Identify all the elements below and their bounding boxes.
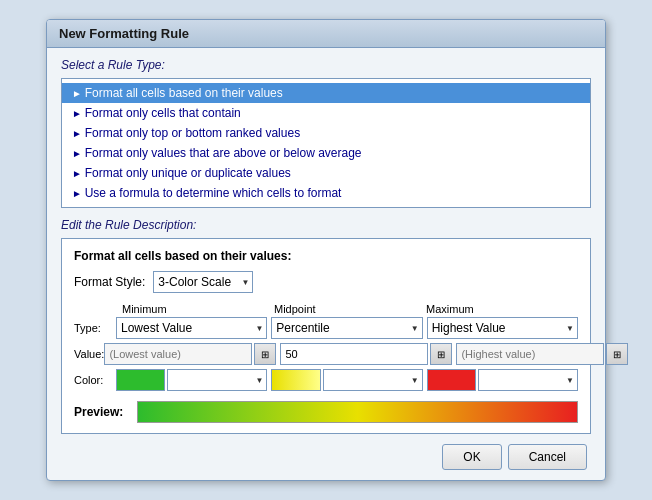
color-row: Color: bbox=[74, 369, 578, 391]
rule-type-item-1[interactable]: Format all cells based on their values bbox=[62, 83, 590, 103]
color-min-cell bbox=[116, 369, 267, 391]
format-style-row: Format Style: 3-Color Scale bbox=[74, 271, 578, 293]
desc-section-label: Edit the Rule Description: bbox=[61, 218, 591, 232]
col-header-midpoint: Midpoint bbox=[274, 303, 426, 315]
rule-type-item-2[interactable]: Format only cells that contain bbox=[62, 103, 590, 123]
color-mid-bar[interactable] bbox=[271, 369, 320, 391]
type-min-select-wrapper[interactable]: Lowest Value bbox=[116, 317, 267, 339]
value-mid-input[interactable] bbox=[280, 343, 428, 365]
value-row: Value: ⊞ ⊞ ⊞ bbox=[74, 343, 578, 365]
color-label: Color: bbox=[74, 374, 116, 386]
type-max-cell: Highest Value bbox=[427, 317, 578, 339]
new-formatting-rule-dialog: New Formatting Rule Select a Rule Type: … bbox=[46, 19, 606, 481]
color-mid-select-wrapper[interactable] bbox=[323, 369, 423, 391]
rule-type-item-3[interactable]: Format only top or bottom ranked values bbox=[62, 123, 590, 143]
desc-title: Format all cells based on their values: bbox=[74, 249, 578, 263]
type-max-select-wrapper[interactable]: Highest Value bbox=[427, 317, 578, 339]
type-label: Type: bbox=[74, 322, 116, 334]
color-max-select[interactable] bbox=[478, 369, 578, 391]
value-mid-cell: ⊞ bbox=[280, 343, 452, 365]
value-mid-picker-button[interactable]: ⊞ bbox=[430, 343, 452, 365]
color-max-cell bbox=[427, 369, 578, 391]
color-mid-select[interactable] bbox=[323, 369, 423, 391]
rule-type-item-4[interactable]: Format only values that are above or bel… bbox=[62, 143, 590, 163]
color-min-bar[interactable] bbox=[116, 369, 165, 391]
value-max-input[interactable] bbox=[456, 343, 604, 365]
format-style-select[interactable]: 3-Color Scale bbox=[153, 271, 253, 293]
type-row: Type: Lowest Value Percentile bbox=[74, 317, 578, 339]
value-min-input[interactable] bbox=[104, 343, 252, 365]
color-max-select-wrapper[interactable] bbox=[478, 369, 578, 391]
color-min-select[interactable] bbox=[167, 369, 267, 391]
rule-type-item-6[interactable]: Use a formula to determine which cells t… bbox=[62, 183, 590, 203]
value-min-picker-button[interactable]: ⊞ bbox=[254, 343, 276, 365]
rule-type-item-5[interactable]: Format only unique or duplicate values bbox=[62, 163, 590, 183]
cancel-button[interactable]: Cancel bbox=[508, 444, 587, 470]
dialog-title: New Formatting Rule bbox=[47, 20, 605, 48]
col-header-minimum: Minimum bbox=[122, 303, 274, 315]
col-headers-row: Minimum Midpoint Maximum bbox=[74, 303, 578, 315]
format-style-select-wrapper[interactable]: 3-Color Scale bbox=[153, 271, 253, 293]
value-label: Value: bbox=[74, 348, 104, 360]
type-max-select[interactable]: Highest Value bbox=[427, 317, 578, 339]
color-mid-cell bbox=[271, 369, 422, 391]
value-max-picker-button[interactable]: ⊞ bbox=[606, 343, 628, 365]
rule-type-section-label: Select a Rule Type: bbox=[61, 58, 591, 72]
type-min-cell: Lowest Value bbox=[116, 317, 267, 339]
type-mid-select[interactable]: Percentile bbox=[271, 317, 422, 339]
type-min-select[interactable]: Lowest Value bbox=[116, 317, 267, 339]
color-max-bar[interactable] bbox=[427, 369, 476, 391]
ok-button[interactable]: OK bbox=[442, 444, 501, 470]
format-style-label: Format Style: bbox=[74, 275, 145, 289]
col-header-maximum: Maximum bbox=[426, 303, 578, 315]
button-row: OK Cancel bbox=[61, 444, 591, 470]
value-max-cell: ⊞ bbox=[456, 343, 628, 365]
color-min-select-wrapper[interactable] bbox=[167, 369, 267, 391]
type-mid-cell: Percentile bbox=[271, 317, 422, 339]
preview-label: Preview: bbox=[74, 405, 129, 419]
preview-row: Preview: bbox=[74, 401, 578, 423]
type-mid-select-wrapper[interactable]: Percentile bbox=[271, 317, 422, 339]
description-box: Format all cells based on their values: … bbox=[61, 238, 591, 434]
value-min-cell: ⊞ bbox=[104, 343, 276, 365]
rule-type-list: Format all cells based on their values F… bbox=[61, 78, 591, 208]
preview-bar bbox=[137, 401, 578, 423]
